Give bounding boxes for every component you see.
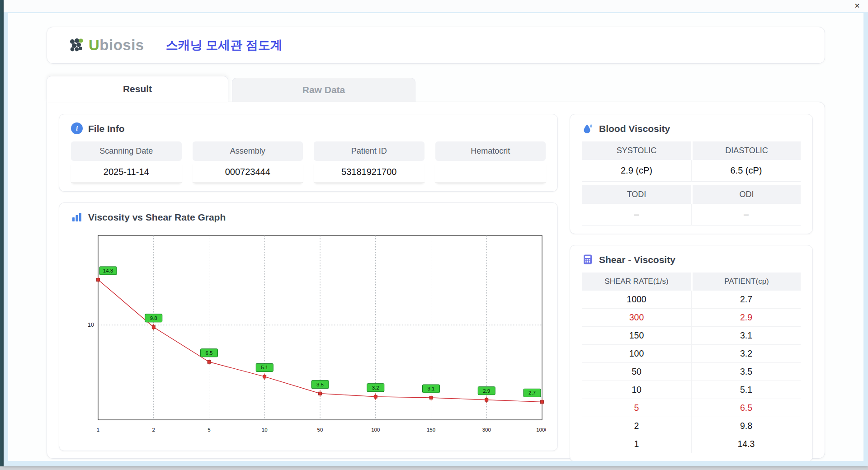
shear-rate-cell: 300 [582,309,691,326]
svg-text:1: 1 [97,427,99,432]
file-info-field: Patient ID53181921700 [314,141,425,183]
patient-viscosity-cell: 3.5 [691,363,801,381]
field-value: 53181921700 [314,161,425,183]
svg-text:2.9: 2.9 [483,388,490,394]
shear-viscosity-table: SHEAR RATE(1/s)PATIENT(cp)10002.73002.91… [582,273,801,453]
patient-viscosity-cell: 3.2 [691,345,801,362]
field-label: Hematocrit [435,141,546,161]
tab-result[interactable]: Result [47,76,228,102]
blood-viscosity-title-row: Blood Viscosity [582,122,801,134]
brand-text: Ubiosis [89,37,144,54]
bv-value-cell: 2.9 (cP) [582,160,691,182]
bv-value-row: 2.9 (cP)6.5 (cP) [582,160,801,182]
file-info-field: Assembly000723444 [193,141,303,183]
shear-rate-cell: 1 [582,435,691,453]
titlebar: ✕ [4,0,868,12]
shear-viscosity-title-row: Shear - Viscosity [582,254,801,265]
tab-bar: Result Raw Data [47,75,825,102]
file-info-title-row: i File Info [71,122,546,134]
patient-viscosity-cell: 5.1 [691,381,801,399]
brand-letter-u: U [89,37,99,53]
bv-value-row: –– [582,204,801,226]
svg-text:100: 100 [371,427,380,432]
bv-value-cell: – [582,204,691,226]
right-column: Blood Viscosity SYSTOLICDIASTOLIC2.9 (cP… [570,114,813,447]
tab-raw-data[interactable]: Raw Data [232,78,415,102]
calculator-icon [582,254,594,265]
svg-text:1000: 1000 [536,427,546,432]
blood-viscosity-group: SYSTOLICDIASTOLIC2.9 (cP)6.5 (cP) [582,141,801,182]
field-value [435,161,546,183]
taskbar-strip [0,466,868,470]
table-row: 29.8 [582,417,801,435]
field-label: Patient ID [314,141,425,161]
patient-viscosity-cell: 14.3 [691,435,801,453]
svg-text:50: 50 [317,427,323,432]
patient-viscosity-cell: 3.1 [691,327,801,344]
field-label: Assembly [193,141,303,161]
field-value: 000723444 [193,161,303,183]
table-row: 1503.1 [582,327,801,345]
graph-title: Viscosity vs Shear Rate Graph [88,212,226,223]
bv-header-cell: ODI [691,185,801,204]
shear-viscosity-card: Shear - Viscosity SHEAR RATE(1/s)PATIENT… [570,245,813,462]
bv-header-cell: TODI [582,185,691,204]
svg-text:2: 2 [152,427,155,432]
shear-rate-cell: 2 [582,417,691,435]
app-title: 스캐닝 모세관 점도계 [166,37,283,53]
svg-text:3.5: 3.5 [316,382,324,387]
svg-text:10: 10 [262,427,268,432]
svg-text:5.1: 5.1 [261,365,268,370]
patient-viscosity-cell: 9.8 [691,417,801,435]
sv-header-row: SHEAR RATE(1/s)PATIENT(cp) [582,273,801,291]
table-row: 56.5 [582,399,801,417]
brand-rest: biosis [99,37,144,53]
bar-chart-icon [71,211,83,223]
shear-viscosity-title: Shear - Viscosity [599,254,675,265]
shear-rate-cell: 100 [582,345,691,362]
svg-text:6.5: 6.5 [206,350,213,356]
bv-header-row: SYSTOLICDIASTOLIC [582,141,801,160]
shear-rate-cell: 1000 [582,291,691,308]
blood-viscosity-title: Blood Viscosity [599,123,670,134]
file-info-field: Hematocrit [435,141,546,183]
info-icon: i [71,122,83,134]
sv-header-cell: PATIENT(cp) [691,273,801,291]
left-column: i File Info Scanning Date2025-11-14Assem… [59,114,558,447]
patient-viscosity-cell: 2.9 [691,309,801,326]
graph-title-row: Viscosity vs Shear Rate Graph [71,211,546,223]
viscosity-chart: 1014.39.86.55.13.53.23.12.92.71251050100… [71,230,546,442]
field-value: 2025-11-14 [71,161,182,183]
bv-header-row: TODIODI [582,185,801,204]
table-row: 105.1 [582,381,801,399]
blood-viscosity-table: SYSTOLICDIASTOLIC2.9 (cP)6.5 (cP)TODIODI… [582,141,801,226]
sv-header-cell: SHEAR RATE(1/s) [582,273,691,291]
field-label: Scanning Date [71,141,182,161]
shear-rate-cell: 10 [582,381,691,399]
bv-value-cell: 6.5 (cP) [691,160,801,182]
bv-value-cell: – [691,204,801,226]
patient-viscosity-cell: 2.7 [691,291,801,308]
result-panel: i File Info Scanning Date2025-11-14Assem… [47,102,825,459]
shear-rate-cell: 50 [582,363,691,381]
svg-text:9.8: 9.8 [150,315,157,321]
client-area: Ubiosis 스캐닝 모세관 점도계 Result Raw Data i Fi… [4,12,868,466]
shear-rate-cell: 5 [582,399,691,417]
bv-header-cell: SYSTOLIC [582,141,691,160]
table-row: 114.3 [582,435,801,453]
droplet-icon [582,122,594,134]
svg-text:3.1: 3.1 [428,386,435,391]
desktop-background [0,0,4,470]
file-info-card: i File Info Scanning Date2025-11-14Assem… [59,114,558,192]
ubiosis-logo-icon [68,37,85,53]
bv-header-cell: DIASTOLIC [691,141,801,160]
svg-text:3.2: 3.2 [372,385,379,390]
table-row: 503.5 [582,363,801,381]
header-card: Ubiosis 스캐닝 모세관 점도계 [47,27,825,64]
file-info-fields: Scanning Date2025-11-14Assembly000723444… [71,141,546,183]
graph-card: Viscosity vs Shear Rate Graph 1014.39.86… [59,202,558,451]
close-button[interactable]: ✕ [852,1,863,10]
file-info-title: File Info [88,123,125,134]
svg-text:10: 10 [88,322,94,328]
table-row: 1003.2 [582,345,801,363]
